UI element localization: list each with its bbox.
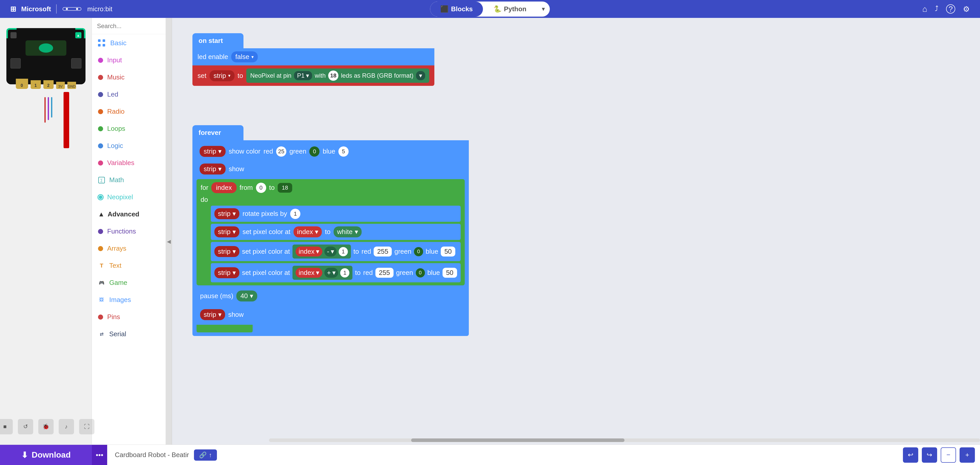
strip-show-end-block[interactable]: strip ▾ show: [197, 307, 465, 323]
python-tab[interactable]: 🐍 Python: [483, 2, 537, 17]
from-value[interactable]: 0: [256, 183, 266, 193]
red-255-value[interactable]: 255: [374, 246, 392, 257]
forever-label: forever: [199, 129, 221, 136]
sidebar-item-functions[interactable]: Functions: [92, 223, 165, 240]
fullscreen-button[interactable]: ⛶: [79, 419, 94, 434]
on-start-block[interactable]: on start: [192, 33, 243, 48]
set-pixel-plus-block[interactable]: strip ▾ set pixel color at index ▾: [211, 263, 461, 282]
index-label: index: [216, 184, 232, 192]
strip-sp1-dropdown[interactable]: strip ▾: [215, 226, 239, 237]
svg-point-1: [66, 8, 68, 10]
restart-button[interactable]: ↺: [18, 419, 33, 434]
mode-dropdown-chevron[interactable]: ▾: [537, 2, 550, 16]
strip-sp2-dropdown[interactable]: strip ▾: [215, 246, 239, 257]
red-value[interactable]: 25: [276, 146, 286, 157]
pause-value-dropdown[interactable]: 40 ▾: [236, 291, 257, 302]
toolbar-collapse-handle[interactable]: ◀: [166, 18, 172, 465]
sound-button[interactable]: ♪: [59, 419, 74, 434]
zoom-in-icon: +: [965, 451, 969, 459]
op-value1[interactable]: 1: [339, 247, 348, 256]
red-255-p-value[interactable]: 255: [375, 268, 393, 278]
green-p-label: green: [396, 269, 413, 277]
green-0-p-value[interactable]: 0: [416, 268, 425, 278]
plus-op-dropdown[interactable]: + ▾: [325, 268, 338, 278]
green-value[interactable]: 0: [309, 146, 320, 157]
show-color-block[interactable]: strip ▾ show color red 25 green 0 blue 5: [197, 144, 465, 159]
sensor-icon-right: [71, 58, 81, 69]
zoom-out-button[interactable]: −: [941, 447, 956, 463]
index-minus-expr[interactable]: index ▾ - ▾ 1: [293, 244, 351, 259]
strip-dropdown[interactable]: strip ▾: [210, 70, 234, 81]
blue-50-p-value[interactable]: 50: [442, 268, 457, 278]
strip-end-dropdown[interactable]: strip ▾: [200, 309, 225, 320]
blue-50-value[interactable]: 50: [441, 246, 455, 257]
white-dropdown[interactable]: white ▾: [334, 226, 362, 237]
sidebar-item-images[interactable]: 🖼 Images: [92, 291, 165, 308]
strip-sc-dropdown[interactable]: strip ▾: [200, 146, 226, 157]
sidebar-item-music[interactable]: Music: [92, 69, 165, 86]
set-pixel-white-block[interactable]: strip ▾ set pixel color at index ▾ to wh…: [211, 224, 461, 240]
set-strip-block[interactable]: set strip ▾ to NeoPixel at pin P1 ▾ with…: [192, 66, 434, 86]
share-button[interactable]: ⤴: [935, 5, 939, 13]
undo-button[interactable]: ↩: [903, 447, 918, 463]
strip-rot-dropdown[interactable]: strip ▾: [215, 208, 239, 219]
sidebar-item-basic[interactable]: Basic: [92, 34, 165, 52]
set-pixel-minus-block[interactable]: strip ▾ set pixel color at index ▾: [211, 242, 461, 261]
settings-button[interactable]: ⚙: [963, 5, 970, 14]
sidebar-item-loops[interactable]: Loops: [92, 120, 165, 137]
debug-button[interactable]: 🐞: [38, 419, 54, 434]
sidebar-item-neopixel[interactable]: Neopixel: [92, 189, 165, 206]
zoom-in-button[interactable]: +: [959, 447, 975, 463]
sidebar-item-game[interactable]: 🎮 Game: [92, 274, 165, 291]
led-enable-block[interactable]: led enable false ▾: [192, 48, 434, 66]
advanced-toggle[interactable]: ▲ Advanced: [92, 206, 165, 223]
home-button[interactable]: ⌂: [922, 4, 927, 14]
upload-button[interactable]: 🔗 ↑: [194, 449, 217, 461]
sidebar-item-serial[interactable]: ⇄ Serial: [92, 326, 165, 343]
strip-show-block[interactable]: strip ▾ show: [197, 161, 465, 177]
rotate-pixels-block[interactable]: strip ▾ rotate pixels by 1: [211, 206, 461, 222]
block-canvas[interactable]: on start led enable false ▾ set strip ▾ …: [172, 18, 980, 465]
blue-value[interactable]: 5: [339, 146, 348, 157]
op-value2[interactable]: 1: [340, 268, 349, 278]
pin-dropdown[interactable]: P1 ▾: [294, 71, 312, 80]
stop-button[interactable]: ■: [0, 419, 13, 434]
neopixel-config[interactable]: NeoPixel at pin P1 ▾ with 18 leds as RGB…: [246, 69, 430, 83]
minus-op-dropdown[interactable]: - ▾: [325, 246, 337, 257]
blocks-tab[interactable]: ⬛ Blocks: [430, 2, 483, 17]
sidebar-item-radio[interactable]: Radio: [92, 103, 165, 120]
white-label: white: [337, 228, 353, 236]
redo-button[interactable]: ↪: [922, 447, 937, 463]
green-0-value[interactable]: 0: [414, 247, 423, 256]
rotate-value[interactable]: 1: [290, 209, 301, 219]
index-var1[interactable]: index ▾: [293, 226, 322, 237]
to-value[interactable]: 18: [278, 183, 292, 193]
download-more-button[interactable]: •••: [92, 445, 107, 465]
horizontal-scrollbar[interactable]: [269, 438, 980, 442]
sidebar-item-logic[interactable]: Logic: [92, 137, 165, 154]
download-button[interactable]: ⬇ Download: [0, 445, 92, 465]
project-name[interactable]: Cardboard Robot - Beatir: [115, 451, 189, 459]
for-loop-block[interactable]: for index from 0 to 18 do: [197, 179, 465, 285]
leds-count[interactable]: 18: [328, 70, 339, 81]
help-button[interactable]: ?: [946, 4, 955, 14]
sidebar-item-arrays[interactable]: Arrays: [92, 240, 165, 257]
led-enable-dropdown[interactable]: false ▾: [231, 51, 258, 62]
sidebar-item-variables[interactable]: Variables: [92, 154, 165, 171]
brand-area: ⊞ Microsoft micro:bit: [10, 4, 112, 14]
search-input[interactable]: [97, 22, 166, 30]
forever-block[interactable]: forever: [192, 125, 243, 140]
sidebar-item-text[interactable]: T Text: [92, 257, 165, 274]
sidebar-item-math[interactable]: ∑ Math: [92, 171, 165, 189]
scrollbar-thumb[interactable]: [411, 438, 625, 442]
strip-sp3-dropdown[interactable]: strip ▾: [215, 267, 239, 278]
index-plus-expr[interactable]: index ▾ + ▾ 1: [293, 266, 352, 280]
blocks-toolbar: 🔍 Basic Input Music Led: [92, 18, 166, 465]
sidebar-item-input[interactable]: Input: [92, 52, 165, 69]
pause-block[interactable]: pause (ms) 40 ▾: [197, 288, 465, 304]
strip-show-dropdown[interactable]: strip ▾: [200, 163, 226, 174]
index-var[interactable]: index: [211, 182, 236, 193]
sidebar-item-pins[interactable]: Pins: [92, 308, 165, 326]
sidebar-item-led[interactable]: Led: [92, 86, 165, 103]
format-dropdown[interactable]: ▾: [416, 71, 425, 80]
